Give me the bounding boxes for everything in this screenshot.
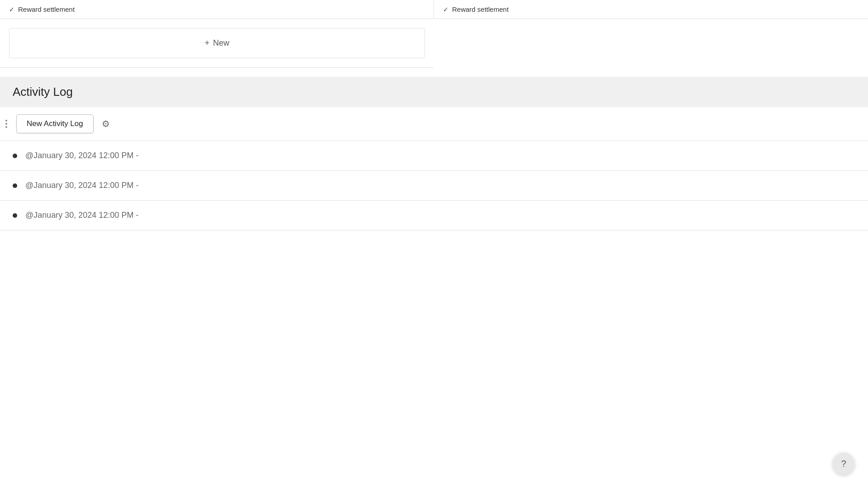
reward-card-left-label: Reward settlement (18, 5, 75, 13)
bullet-1 (13, 154, 17, 158)
page-container: ✓ Reward settlement ✓ Reward settlement … (0, 0, 868, 230)
reward-cards-row: ✓ Reward settlement ✓ Reward settlement (0, 0, 868, 19)
reward-card-right-label: Reward settlement (452, 5, 509, 13)
check-icon-right: ✓ (443, 6, 448, 13)
drag-dot-1 (5, 120, 7, 122)
drag-dot-3 (5, 126, 7, 128)
activity-log-section: Activity Log New Activity Log ⚙ @January… (0, 77, 868, 230)
entry-text-3: @January 30, 2024 12:00 PM - (25, 211, 138, 220)
activity-log-header: Activity Log (0, 77, 868, 107)
help-icon: ? (841, 459, 846, 469)
help-button[interactable]: ? (833, 453, 854, 474)
check-icon-left: ✓ (9, 6, 14, 13)
drag-dot-2 (5, 123, 7, 125)
reward-card-left: ✓ Reward settlement (0, 0, 434, 19)
new-add-label: New (213, 38, 229, 48)
new-button-container: + New (0, 19, 434, 67)
bullet-3 (13, 213, 17, 218)
activity-log-entries: @January 30, 2024 12:00 PM - @January 30… (0, 141, 868, 230)
plus-icon: + (205, 38, 210, 48)
entry-text-1: @January 30, 2024 12:00 PM - (25, 151, 138, 160)
new-button-row: + New (0, 19, 434, 68)
bullet-2 (13, 183, 17, 188)
new-activity-log-button[interactable]: New Activity Log (16, 114, 94, 133)
activity-log-toolbar: New Activity Log ⚙ (0, 107, 868, 141)
new-add-button[interactable]: + New (9, 28, 425, 58)
drag-handle[interactable] (4, 118, 9, 130)
activity-log-entry-2: @January 30, 2024 12:00 PM - (0, 171, 868, 201)
entry-text-2: @January 30, 2024 12:00 PM - (25, 181, 138, 190)
activity-log-title: Activity Log (13, 85, 855, 99)
activity-log-entry-3: @January 30, 2024 12:00 PM - (0, 201, 868, 230)
gear-button[interactable]: ⚙ (99, 116, 113, 132)
gear-icon: ⚙ (102, 118, 110, 129)
reward-card-right: ✓ Reward settlement (434, 0, 868, 19)
activity-log-entry-1: @January 30, 2024 12:00 PM - (0, 141, 868, 171)
